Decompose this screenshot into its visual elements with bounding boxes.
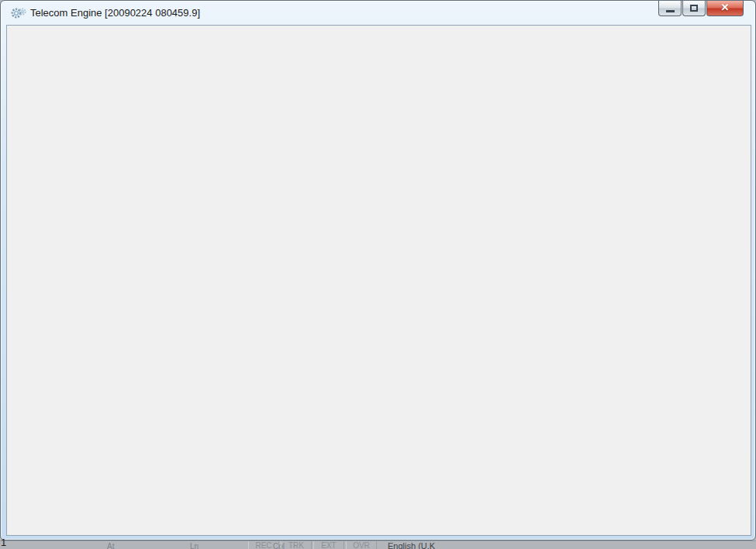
statusbar-field: At (107, 542, 114, 549)
titlebar[interactable]: Telecom Engine [20090224 080459.9] (1, 1, 755, 26)
client-area (7, 26, 751, 535)
window-title: Telecom Engine [20090224 080459.9] (30, 7, 200, 19)
close-icon: ✕ (707, 2, 743, 13)
statusbar-toggle: TRK (281, 541, 312, 549)
telecom-engine-window: Telecom Engine [20090224 080459.9] ✕ (0, 0, 756, 540)
close-button[interactable]: ✕ (706, 1, 744, 16)
minimize-button[interactable] (658, 1, 682, 16)
page-indicator: 1 (1, 537, 6, 548)
maximize-icon (690, 5, 698, 12)
screen: At Ln Col REC TRK EXT OVR English (U.K 1… (0, 0, 756, 549)
minimize-icon (666, 10, 675, 12)
statusbar-toggle: REC (248, 541, 279, 549)
maximize-button[interactable] (682, 1, 706, 16)
statusbar-toggle: EXT (313, 541, 344, 549)
statusbar-field: Ln (190, 542, 198, 549)
statusbar-language: English (U.K (388, 541, 435, 549)
background-statusbar: At Ln Col REC TRK EXT OVR English (U.K (0, 540, 756, 549)
app-gears-icon (11, 7, 26, 19)
statusbar-toggle: OVR (346, 541, 377, 549)
